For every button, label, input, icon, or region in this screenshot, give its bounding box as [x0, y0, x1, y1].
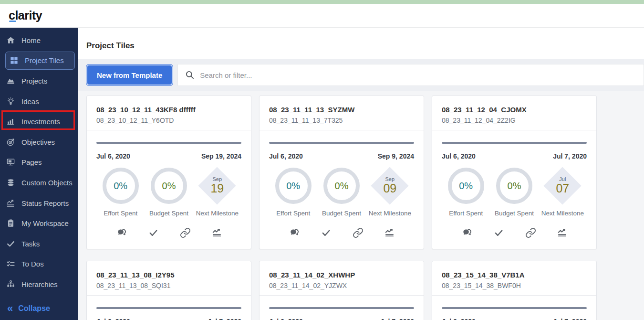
card-actions — [269, 227, 414, 238]
sidebar-item-home[interactable]: Home — [0, 30, 78, 51]
start-date: Jul 6, 2020 — [442, 152, 476, 160]
milestone-label: Next Milestone — [369, 210, 411, 217]
database-icon — [6, 178, 15, 187]
card-header: 08_23_11_12_04_CJOMX 08_23_11_12_04_2Z2I… — [432, 96, 596, 130]
tasks-check-icon[interactable] — [321, 227, 332, 238]
sidebar-item-my-workspace[interactable]: My Workspace — [0, 213, 78, 234]
effort-gauge: 0% — [103, 168, 139, 204]
milestone-metric: Sep 09 Next Milestone — [366, 168, 414, 217]
links-icon[interactable] — [353, 227, 364, 238]
date-range: Jul 6, 2020 Jul 7, 2020 — [96, 318, 241, 320]
card-actions — [96, 227, 241, 238]
status-report-icon[interactable] — [211, 227, 222, 238]
home-icon — [6, 36, 15, 45]
budget-gauge: 0% — [496, 168, 532, 204]
start-date: Jul 6, 2020 — [96, 152, 130, 160]
milestone-label: Next Milestone — [196, 210, 239, 217]
sidebar-item-to-dos[interactable]: To Dos — [0, 254, 78, 275]
budget-label: Budget Spent — [495, 210, 534, 217]
new-from-template-button[interactable]: New from Template — [86, 64, 173, 85]
metrics-row: 0% Effort Spent 0% Budget Spent Sep 09 — [269, 168, 414, 217]
date-range: Jul 6, 2020 Jul 7, 2020 — [269, 318, 414, 320]
end-date: Sep 19, 2024 — [201, 152, 241, 160]
sidebar-item-objectives[interactable]: Objectives — [0, 132, 78, 152]
links-icon[interactable] — [180, 227, 191, 238]
checkmark-icon — [6, 239, 15, 248]
project-title: 08_23_15_14_38_V7B1A — [442, 271, 587, 279]
budget-gauge: 0% — [151, 168, 187, 204]
schedule-progress-bar — [96, 142, 241, 144]
budget-gauge: 0% — [323, 168, 360, 204]
project-tile-card[interactable]: 08_23_10_12_11_43KF8 dfffff 08_23_10_12_… — [86, 96, 251, 249]
status-report-icon[interactable] — [557, 227, 568, 238]
effort-metric: 0% Effort Spent — [96, 168, 145, 217]
start-date: Jul 6, 2020 — [96, 318, 130, 320]
links-icon[interactable] — [525, 227, 536, 238]
project-tile-card[interactable]: 08_23_11_12_04_CJOMX 08_23_11_12_04_2Z2I… — [432, 96, 597, 249]
conversations-icon[interactable] — [116, 227, 127, 238]
card-body: Jul 6, 2020 Sep 9, 2024 0% Effort Spent … — [260, 130, 424, 245]
schedule-progress-bar — [269, 142, 414, 144]
card-body: Jul 6, 2020 Jul 7, 2020 — [432, 296, 596, 320]
status-report-icon[interactable] — [384, 227, 395, 238]
card-body: Jul 6, 2020 Sep 19, 2024 0% Effort Spent… — [87, 130, 251, 245]
target-icon — [6, 138, 15, 147]
milestone-diamond: Sep 19 — [198, 168, 236, 204]
project-title: 08_23_11_11_13_SYZMW — [269, 106, 414, 114]
grid-icon — [10, 56, 19, 65]
budget-metric: 0% Budget Spent — [145, 168, 193, 217]
chevrons-left-icon: « — [7, 303, 13, 314]
sidebar-item-project-tiles[interactable]: Project Tiles — [5, 52, 75, 70]
metrics-row: 0% Effort Spent 0% Budget Spent Sep 19 — [96, 168, 241, 217]
tasks-check-icon[interactable] — [148, 227, 159, 238]
conversations-icon[interactable] — [289, 227, 300, 238]
project-id: 08_23_15_14_38_BWF0H — [442, 282, 587, 289]
sidebar-item-projects[interactable]: Projects — [0, 71, 78, 91]
clipboard-icon — [6, 219, 15, 228]
project-title: 08_23_11_13_08_I2Y95 — [96, 271, 241, 279]
milestone-day: 19 — [210, 181, 224, 195]
sidebar-item-pages[interactable]: Pages — [0, 152, 78, 173]
conversations-icon[interactable] — [462, 227, 473, 238]
project-tile-card[interactable]: 08_23_11_14_02_XHWHP 08_23_11_14_02_YJZW… — [259, 261, 424, 320]
date-range: Jul 6, 2020 Sep 19, 2024 — [96, 152, 241, 160]
date-range: Jul 6, 2020 Sep 9, 2024 — [269, 152, 414, 160]
checklist-icon — [6, 259, 15, 268]
project-id: 08_23_11_14_02_YJZWX — [269, 282, 414, 289]
sidebar-item-investments[interactable]: Investments — [0, 111, 78, 132]
sidebar-item-ideas[interactable]: Ideas — [0, 91, 78, 112]
project-tile-card[interactable]: 08_23_15_14_38_V7B1A 08_23_15_14_38_BWF0… — [432, 261, 597, 320]
schedule-progress-bar — [269, 307, 414, 309]
start-date: Jul 6, 2020 — [442, 318, 476, 320]
date-range: Jul 6, 2020 Jul 7, 2020 — [442, 152, 587, 160]
effort-metric: 0% Effort Spent — [442, 168, 490, 217]
start-date: Jul 6, 2020 — [269, 318, 303, 320]
bar-chart-icon — [6, 117, 15, 126]
sidebar-item-tasks[interactable]: Tasks — [0, 234, 78, 254]
tasks-check-icon[interactable] — [493, 227, 504, 238]
project-tile-card[interactable]: 08_23_11_13_08_I2Y95 08_23_11_13_08_SQI3… — [86, 261, 251, 320]
sidebar-nav: Home Project Tiles Projects Ideas Invest… — [0, 28, 78, 295]
card-header: 08_23_11_11_13_SYZMW 08_23_11_11_13_7T32… — [260, 96, 424, 130]
effort-label: Effort Spent — [104, 210, 137, 217]
budget-metric: 0% Budget Spent — [317, 168, 365, 217]
end-date: Jul 7, 2020 — [553, 152, 587, 160]
sidebar-item-status-reports[interactable]: Status Reports — [0, 193, 78, 213]
project-tiles-grid: 08_23_10_12_11_43KF8 dfffff 08_23_10_12_… — [86, 96, 644, 320]
budget-label: Budget Spent — [322, 210, 361, 217]
milestone-diamond: Sep 09 — [371, 168, 408, 204]
sidebar-item-hierarchies[interactable]: Hierarchies — [0, 274, 78, 295]
budget-label: Budget Spent — [149, 210, 188, 217]
sidebar-item-custom-objects[interactable]: Custom Objects — [0, 172, 78, 193]
app-header: clarity — [0, 4, 644, 28]
search-icon — [185, 70, 195, 80]
search-box[interactable] — [177, 64, 644, 86]
org-tree-icon — [6, 280, 15, 289]
card-header: 08_23_15_14_38_V7B1A 08_23_15_14_38_BWF0… — [432, 261, 596, 296]
search-input[interactable] — [200, 64, 644, 85]
card-header: 08_23_10_12_11_43KF8 dfffff 08_23_10_12_… — [87, 96, 251, 130]
card-header: 08_23_11_13_08_I2Y95 08_23_11_13_08_SQI3… — [87, 261, 251, 296]
project-tile-card[interactable]: 08_23_11_11_13_SYZMW 08_23_11_11_13_7T32… — [259, 96, 424, 249]
sidebar-collapse-button[interactable]: « Collapse — [0, 298, 50, 319]
top-accent-bar — [0, 0, 644, 4]
